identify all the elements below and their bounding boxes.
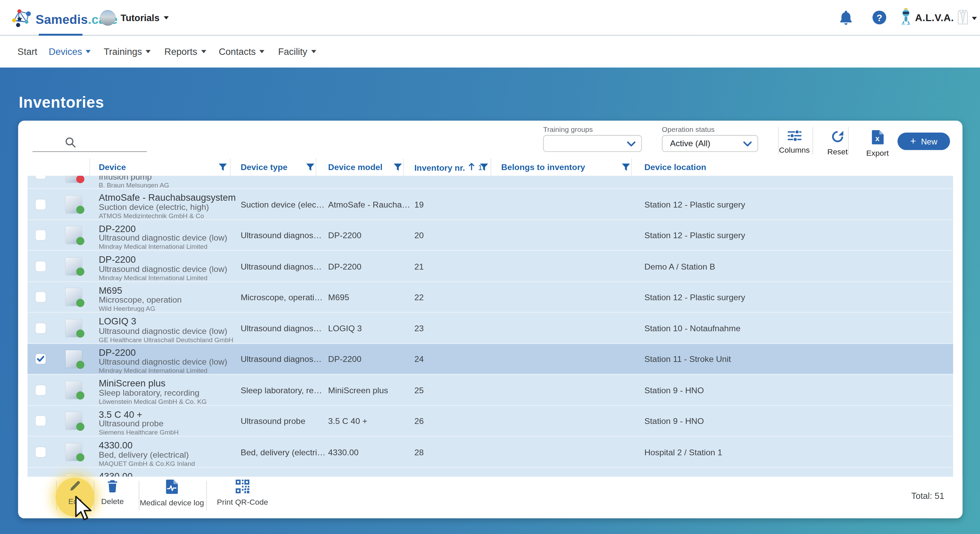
table-row[interactable]: DP-2200Ultrasound diagnostic device (low… — [28, 220, 953, 251]
reset-button[interactable]: Reset — [827, 130, 848, 156]
nav-item-start[interactable]: Start — [18, 46, 37, 57]
column-header-belongs-to-inventory[interactable]: Belongs to inventory — [501, 163, 585, 172]
table-row[interactable]: 3.5 C 40 +Ultrasound probeSiemens Health… — [28, 405, 953, 437]
help-icon[interactable]: ? — [872, 11, 886, 24]
search-input[interactable] — [32, 135, 147, 152]
table-row[interactable]: LOGIQ 3Ultrasound diagnostic device (low… — [28, 312, 953, 344]
device-manufacturer: GE Healthcare Ultraschall Deutschland Gm… — [99, 335, 233, 343]
training-groups-select[interactable] — [543, 135, 642, 152]
new-button[interactable]: + New — [897, 132, 950, 150]
filter-funnel-icon[interactable] — [622, 163, 630, 174]
device-type-subtitle: Microscope, operation — [99, 295, 182, 304]
device-type-subtitle: Ultrasound diagnostic device (low) — [99, 357, 227, 367]
device-manufacturer: Mindray Medical International Limited — [99, 366, 207, 374]
device-title: 4330.00 — [99, 440, 133, 450]
cell-device-model: M695 — [328, 293, 349, 302]
filter-funnel-icon[interactable] — [306, 163, 314, 174]
cell-device-location: Station 12 - Plastic surgery — [644, 293, 745, 302]
cell-inventory-nr: 23 — [414, 324, 424, 333]
header-divider — [0, 35, 980, 36]
status-dot-green — [76, 422, 84, 430]
cell-device-type: Ultrasound diagnos… — [240, 231, 321, 240]
row-checkbox[interactable] — [36, 230, 46, 240]
tutorials-menu[interactable]: Tutorials — [121, 13, 169, 23]
sort-asc-icon[interactable] — [468, 163, 475, 172]
row-checkbox[interactable] — [36, 199, 46, 209]
row-checkbox[interactable] — [36, 385, 46, 395]
status-dot-green — [76, 453, 84, 461]
column-header-label: Device type — [240, 163, 288, 172]
filter-funnel-icon[interactable] — [394, 163, 402, 174]
nav-item-facility[interactable]: Facility — [278, 46, 316, 57]
print-qr-code-button[interactable]: Print QR-Code — [217, 480, 268, 506]
action-label: Delete — [101, 497, 124, 506]
table-row[interactable]: MiniScreen plusSleep laboratory, recordi… — [28, 375, 953, 405]
bell-icon[interactable] — [839, 11, 853, 25]
column-header-device-model[interactable]: Device model — [328, 163, 383, 172]
columns-sliders-icon — [787, 130, 802, 144]
row-checkbox[interactable] — [36, 416, 46, 426]
table-row[interactable]: DP-2200Ultrasound diagnostic device (low… — [28, 344, 953, 375]
nav-item-label: Devices — [49, 46, 82, 57]
nav-item-reports[interactable]: Reports — [164, 46, 206, 57]
operation-status-select[interactable]: Active (All) — [662, 135, 758, 152]
nav-item-trainings[interactable]: Trainings — [104, 46, 151, 57]
device-manufacturer: Löwenstein Medical GmbH & Co. KG — [99, 397, 207, 405]
active-section-indicator — [39, 34, 83, 36]
column-divider — [316, 158, 317, 175]
chevron-down-icon — [146, 50, 151, 53]
table-row[interactable]: 4330.00Bed, delivery (electrical)MAQUET … — [28, 437, 953, 467]
cell-device-model: 3.5 C 40 + — [328, 416, 367, 426]
tutorials-avatar[interactable] — [100, 10, 116, 26]
nav-item-label: Facility — [278, 46, 307, 57]
table-row[interactable]: M695Microscope, operationWild Heerbrugg … — [28, 282, 953, 313]
row-checkbox[interactable] — [36, 261, 46, 271]
cell-device-type: Suction device (elec… — [240, 200, 324, 209]
cell-inventory-nr: 19 — [414, 200, 424, 209]
device-type-subtitle: Ultrasound probe — [99, 419, 164, 428]
row-checkbox-checked[interactable] — [36, 354, 46, 364]
table-row-partial[interactable]: 4330.00 — [28, 467, 953, 477]
nav-item-devices[interactable]: Devices — [49, 46, 91, 57]
cell-device-location: Station 12 - Plastic surgery — [644, 200, 745, 209]
column-header-device-type[interactable]: Device type — [240, 163, 288, 172]
device-manufacturer: B. Braun Melsungen AG — [99, 181, 169, 188]
qr-code-icon — [236, 480, 249, 496]
delete-button[interactable]: Delete — [101, 480, 124, 506]
filter-funnel-icon[interactable] — [219, 163, 227, 174]
row-checkbox[interactable] — [36, 323, 46, 333]
export-button[interactable]: x Export — [866, 130, 889, 158]
nav-item-contacts[interactable]: Contacts — [219, 46, 264, 57]
columns-button[interactable]: Columns — [779, 130, 810, 155]
operation-status-label: Operation status — [662, 126, 715, 133]
cell-inventory-nr: 22 — [414, 293, 424, 302]
status-dot-green — [76, 330, 84, 338]
row-checkbox[interactable] — [36, 292, 46, 302]
cell-device-location: Hospital 2 / Station 1 — [644, 448, 722, 457]
device-title: DP-2200 — [99, 223, 136, 233]
row-checkbox[interactable] — [36, 176, 46, 179]
filter-funnel-icon[interactable] — [480, 163, 488, 174]
molecule-logo-icon — [11, 8, 32, 31]
column-header-device[interactable]: Device — [99, 163, 126, 172]
status-dot-green — [76, 298, 84, 307]
inventories-card: Training groups Operation status Active … — [18, 121, 962, 518]
table-row[interactable]: AtmoSafe - RauchabsaugsystemSuction devi… — [28, 189, 953, 220]
column-header-device-location[interactable]: Device location — [644, 163, 706, 172]
chevron-down-icon — [201, 50, 206, 53]
cell-inventory-nr: 26 — [414, 416, 424, 426]
table-row[interactable]: DP-2200Ultrasound diagnostic device (low… — [28, 251, 953, 282]
cell-inventory-nr: 24 — [414, 354, 424, 364]
column-header-label: Device — [99, 163, 126, 172]
status-dot-green — [76, 360, 84, 369]
user-menu[interactable]: A.L.V.A. — [900, 8, 977, 28]
medical-device-log-button[interactable]: Medical device log — [140, 480, 204, 507]
chevron-down-icon — [972, 17, 977, 20]
lab-coat-icon — [958, 10, 968, 27]
table-row-partial[interactable]: Infusion pumpB. Braun Melsungen AG — [28, 176, 953, 189]
cell-device-model: DP-2200 — [328, 262, 361, 271]
chevron-down-icon — [311, 50, 316, 53]
device-type-subtitle: Suction device (electric, high) — [99, 202, 209, 212]
column-header-inventory-nr-[interactable]: Inventory nr.1 — [414, 163, 482, 172]
row-checkbox[interactable] — [36, 447, 46, 457]
